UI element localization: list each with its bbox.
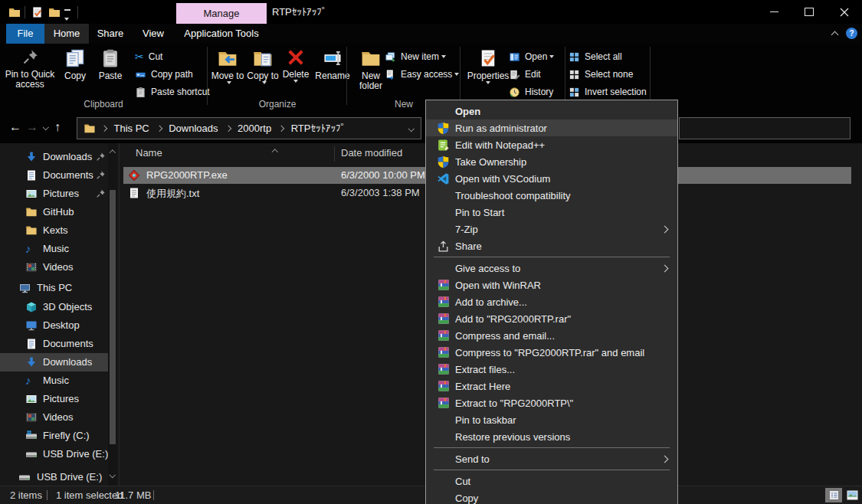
sidebar-item-videos[interactable]: Videos — [0, 258, 108, 277]
sidebar-item-music[interactable]: ♪ Music — [0, 240, 108, 258]
menu-item-pin-to-start[interactable]: Pin to Start — [426, 204, 677, 221]
menu-item-take-ownership[interactable]: Take Ownership — [426, 153, 677, 170]
menu-item-extract-files[interactable]: Extract files... — [426, 361, 677, 378]
sidebar-item-documents[interactable]: Documents — [0, 335, 108, 353]
sidebar-item-videos[interactable]: Videos — [0, 408, 108, 427]
breadcrumb-2000rtp[interactable]: 2000rtp — [238, 123, 271, 134]
tab-application-tools[interactable]: Application Tools — [176, 24, 267, 44]
menu-item-run-as-administrator[interactable]: Run as administrator — [426, 119, 677, 136]
rename-icon — [322, 48, 343, 68]
sidebar-scrollbar[interactable] — [108, 143, 117, 486]
menu-item-extract-to-folder[interactable]: Extract to "RPG2000RTP\" — [426, 394, 677, 411]
qat-folder-icon[interactable] — [8, 6, 21, 18]
scrollbar-thumb[interactable] — [110, 190, 116, 444]
help-icon[interactable]: ? — [846, 28, 857, 39]
sidebar-item-downloads[interactable]: Downloads — [0, 148, 108, 166]
history-button[interactable]: History — [509, 83, 553, 100]
sidebar-item-documents[interactable]: Documents — [0, 166, 108, 185]
menu-item-open[interactable]: Open — [426, 103, 677, 119]
menu-item-edit-with-notepad-plus-plus[interactable]: Edit with Notepad++ — [426, 136, 677, 153]
up-icon[interactable]: ↑ — [54, 121, 61, 133]
copy-path-button[interactable]: Copy path — [135, 66, 193, 83]
back-icon[interactable]: ← — [9, 121, 21, 133]
status-divider — [47, 490, 48, 500]
menu-item-restore-previous-versions[interactable]: Restore previous versions — [426, 428, 677, 445]
sidebar-item-this-pc[interactable]: This PC — [0, 279, 108, 297]
properties-icon — [479, 48, 497, 68]
minimize-button[interactable] — [756, 0, 792, 24]
sidebar-item-3d-objects[interactable]: 3D Objects — [0, 298, 108, 316]
recent-locations-icon[interactable] — [43, 124, 49, 130]
menu-item-send-to[interactable]: Send to — [426, 450, 677, 467]
breadcrumb-this-pc[interactable]: This PC — [114, 123, 149, 134]
qat-folder-icon[interactable] — [48, 6, 61, 18]
easy-access-button[interactable]: Easy access — [385, 66, 459, 83]
picture-icon — [25, 188, 38, 200]
address-bar[interactable]: This PC Downloads 2000rtp RTPｾｯﾄｱｯﾌﾟ — [77, 117, 421, 139]
thumbnail-view-button[interactable] — [844, 488, 860, 502]
menu-item-open-with-winrar[interactable]: Open with WinRAR — [426, 277, 677, 293]
select-none-button[interactable]: Select none — [569, 66, 633, 83]
tab-share[interactable]: Share — [89, 24, 132, 44]
address-dropdown-icon[interactable] — [408, 126, 414, 132]
ribbon-collapse-icon[interactable] — [831, 31, 839, 39]
menu-item-copy[interactable]: Copy — [426, 489, 677, 504]
sidebar-item-usb-drive-e-root[interactable]: USB Drive (E:) — [0, 468, 108, 486]
menu-item-extract-here[interactable]: Extract Here — [426, 378, 677, 394]
paste-shortcut-button[interactable]: Paste shortcut — [135, 83, 210, 100]
selection-size: 11.7 MB — [115, 489, 151, 501]
tab-manage[interactable]: Manage — [176, 3, 267, 24]
column-header-date-modified[interactable]: Date modified — [341, 147, 402, 159]
search-input[interactable] — [679, 117, 851, 139]
menu-item-pin-to-taskbar[interactable]: Pin to taskbar — [426, 411, 677, 428]
select-all-button[interactable]: Select all — [569, 48, 622, 65]
menu-item-share[interactable]: Share — [426, 237, 677, 254]
tab-file[interactable]: File — [6, 24, 44, 44]
move-to-icon — [217, 48, 238, 68]
sidebar-item-pictures[interactable]: Pictures — [0, 185, 108, 203]
sidebar-item-desktop[interactable]: Desktop — [0, 316, 108, 335]
menu-item-open-with-vscodium[interactable]: Open with VSCodium — [426, 170, 677, 187]
menu-item-compress-to-rar-and-email[interactable]: Compress to "RPG2000RTP.rar" and email — [426, 344, 677, 361]
sidebar-item-kexts[interactable]: Kexts — [0, 221, 108, 240]
close-button[interactable] — [827, 0, 862, 24]
cut-button[interactable]: ✂ Cut — [135, 48, 162, 65]
maximize-button[interactable] — [792, 0, 827, 24]
column-divider[interactable] — [334, 146, 335, 162]
menu-item-cut[interactable]: Cut — [426, 473, 677, 489]
column-header-name[interactable]: Name — [136, 147, 162, 159]
edit-button[interactable]: Edit — [509, 66, 541, 83]
forward-icon[interactable]: → — [26, 121, 38, 133]
open-icon — [509, 51, 520, 63]
tab-view[interactable]: View — [132, 24, 175, 44]
sidebar-item-downloads-selected[interactable]: Downloads — [0, 353, 108, 371]
folder-icon — [25, 206, 38, 218]
menu-item-add-to-archive[interactable]: Add to archive... — [426, 293, 677, 310]
sidebar-item-firefly-c[interactable]: Firefly (C:) — [0, 427, 108, 445]
copy-to-icon — [252, 48, 274, 68]
submenu-arrow-icon — [661, 226, 669, 234]
qat-properties-icon[interactable] — [31, 5, 43, 19]
new-item-button[interactable]: New item — [385, 48, 446, 65]
copy-path-icon — [135, 69, 146, 80]
details-view-button[interactable] — [825, 488, 842, 502]
invert-selection-button[interactable]: Invert selection — [569, 83, 647, 100]
sidebar-item-github[interactable]: GitHub — [0, 203, 108, 221]
menu-item-troubleshoot-compatibility[interactable]: Troubleshoot compatibility — [426, 187, 677, 204]
group-divider — [460, 47, 460, 105]
tab-home[interactable]: Home — [44, 24, 89, 44]
sidebar-item-pictures[interactable]: Pictures — [0, 390, 108, 408]
winrar-icon — [438, 397, 450, 409]
menu-item-give-access-to[interactable]: Give access to — [426, 260, 677, 277]
menu-item-7-zip[interactable]: 7-Zip — [426, 221, 677, 237]
menu-item-add-to-rar[interactable]: Add to "RPG2000RTP.rar" — [426, 310, 677, 327]
sidebar-item-usb-drive-e[interactable]: USB Drive (E:) — [0, 445, 108, 463]
menu-item-compress-and-email[interactable]: Compress and email... — [426, 327, 677, 344]
breadcrumb-downloads[interactable]: Downloads — [169, 123, 218, 134]
scroll-up-icon[interactable] — [110, 150, 116, 156]
scroll-down-icon[interactable] — [110, 472, 116, 478]
status-divider — [153, 490, 154, 500]
breadcrumb-rtp-setup[interactable]: RTPｾｯﾄｱｯﾌﾟ — [291, 123, 346, 134]
sidebar-item-music[interactable]: ♪ Music — [0, 371, 108, 390]
open-button[interactable]: Open — [509, 48, 554, 65]
